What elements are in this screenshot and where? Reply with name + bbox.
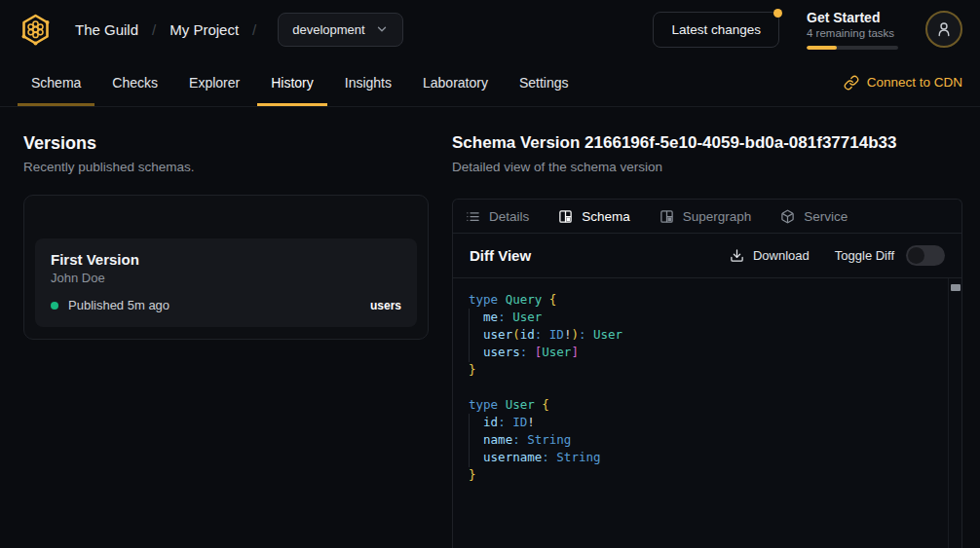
- download-icon: [730, 248, 744, 263]
- get-started-progress-bar: [807, 46, 898, 50]
- toggle-knob: [908, 247, 924, 264]
- version-name: First Version: [51, 251, 401, 268]
- schema-code-viewer: type Query { me: User user(id: ID!): Use…: [453, 278, 961, 548]
- tab-insights[interactable]: Insights: [331, 58, 405, 106]
- get-started-progress-fill: [807, 46, 837, 50]
- latest-changes-button[interactable]: Latest changes: [653, 12, 779, 48]
- detail-tab-label: Details: [489, 209, 529, 224]
- service-badge: users: [370, 299, 401, 312]
- versions-title: Versions: [23, 133, 429, 154]
- download-label: Download: [753, 248, 810, 263]
- detail-tab-supergraph[interactable]: Supergraph: [660, 209, 752, 224]
- version-detail-title: Schema Version 2166196f-5e10-4059-bd0a-0…: [452, 133, 962, 153]
- top-header: The Guild / My Project / development Lat…: [0, 0, 980, 58]
- detail-tab-label: Schema: [582, 209, 630, 224]
- detail-tab-label: Service: [804, 209, 848, 224]
- hive-logo-icon[interactable]: [18, 12, 54, 48]
- columns-icon: [558, 209, 573, 224]
- indent-guide: [469, 414, 470, 467]
- version-author: John Doe: [51, 271, 401, 285]
- breadcrumb-org[interactable]: The Guild: [75, 21, 138, 38]
- detail-tab-bar: Details Schema Supergraph: [453, 200, 961, 234]
- get-started-subtitle: 4 remaining tasks: [807, 27, 898, 39]
- main-content: Versions Recently published schemas. Fir…: [0, 107, 980, 548]
- code-scrollbar[interactable]: [948, 278, 961, 548]
- toggle-diff-switch[interactable]: [906, 245, 945, 266]
- person-icon: [935, 20, 953, 38]
- breadcrumb-separator: /: [252, 21, 256, 38]
- latest-changes-label: Latest changes: [671, 22, 761, 37]
- detail-tab-label: Supergraph: [683, 209, 752, 224]
- diff-view-title: Diff View: [470, 247, 531, 264]
- version-detail-subtitle: Detailed view of the schema version: [452, 160, 962, 174]
- detail-tab-service[interactable]: Service: [780, 209, 848, 224]
- cube-icon: [780, 209, 795, 224]
- connect-to-cdn-button[interactable]: Connect to CDN: [844, 58, 962, 106]
- connect-to-cdn-label: Connect to CDN: [867, 75, 962, 90]
- columns-icon: [660, 209, 674, 224]
- diff-view-header: Diff View Download Toggle Diff: [453, 234, 961, 278]
- code-lines: type Query { me: User user(id: ID!): Use…: [453, 278, 948, 548]
- target-selector-value: development: [292, 22, 364, 37]
- version-detail-section: Schema Version 2166196f-5e10-4059-bd0a-0…: [452, 107, 980, 548]
- breadcrumb-separator: /: [152, 21, 156, 38]
- download-button[interactable]: Download: [730, 248, 810, 263]
- version-status: Published 5m ago: [68, 298, 170, 312]
- list-icon: [466, 209, 480, 224]
- tab-schema[interactable]: Schema: [18, 58, 94, 106]
- link-icon: [844, 75, 859, 91]
- toggle-diff-label: Toggle Diff: [835, 248, 894, 263]
- tab-explorer[interactable]: Explorer: [175, 58, 253, 106]
- main-nav: Schema Checks Explorer History Insights …: [0, 58, 980, 107]
- notification-dot: [773, 9, 782, 18]
- get-started-title: Get Started: [807, 10, 898, 25]
- scrollbar-thumb[interactable]: [951, 284, 961, 291]
- tab-checks[interactable]: Checks: [98, 58, 171, 106]
- chevron-down-icon: [375, 22, 389, 36]
- version-detail-panel: Details Schema Supergraph: [452, 199, 962, 548]
- breadcrumb-project[interactable]: My Project: [170, 21, 239, 38]
- indent-guide: [469, 309, 470, 362]
- tab-laboratory[interactable]: Laboratory: [409, 58, 502, 106]
- user-avatar[interactable]: [925, 11, 962, 48]
- tab-settings[interactable]: Settings: [506, 58, 583, 106]
- tab-history[interactable]: History: [257, 58, 327, 106]
- detail-tab-schema[interactable]: Schema: [558, 209, 630, 224]
- get-started-widget[interactable]: Get Started 4 remaining tasks: [807, 10, 898, 50]
- versions-card: First Version John Doe Published 5m ago …: [23, 195, 429, 340]
- target-selector[interactable]: development: [278, 13, 402, 47]
- detail-tab-details[interactable]: Details: [466, 209, 529, 224]
- versions-subtitle: Recently published schemas.: [23, 160, 429, 174]
- versions-section: Versions Recently published schemas. Fir…: [0, 107, 452, 548]
- published-status-icon: [51, 302, 58, 310]
- version-list-item[interactable]: First Version John Doe Published 5m ago …: [35, 238, 417, 327]
